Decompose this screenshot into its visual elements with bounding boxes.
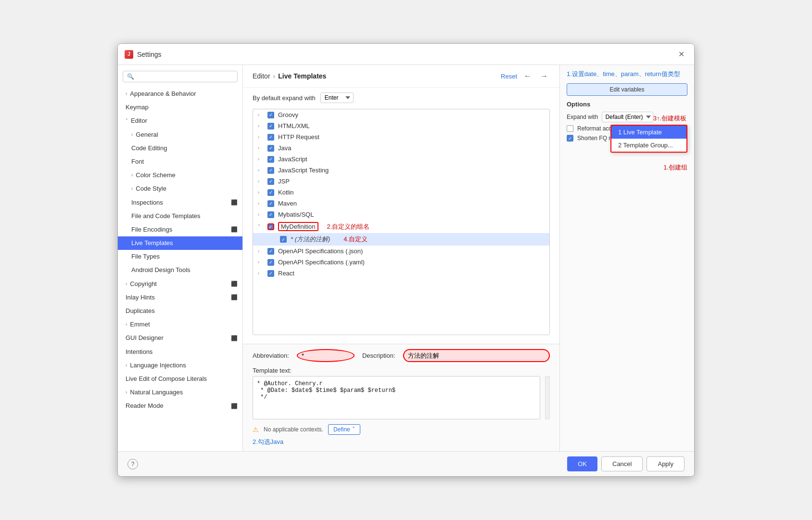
chevron-icon: ˅: [258, 224, 264, 229]
list-item[interactable]: › ✓ Groovy: [253, 109, 549, 120]
list-item[interactable]: › ✓ JSP: [253, 176, 549, 187]
checkbox-icon[interactable]: ✓: [267, 112, 274, 118]
footer: ? OK Cancel Apply: [118, 451, 694, 476]
sidebar-item-keymap[interactable]: Keymap: [118, 101, 242, 114]
checkbox-icon[interactable]: ✓: [267, 259, 274, 266]
checkbox-icon[interactable]: ✓: [267, 189, 274, 196]
sidebar-item-android-design[interactable]: Android Design Tools: [118, 263, 242, 277]
checkbox-icon[interactable]: ✓: [267, 211, 274, 218]
help-button[interactable]: ?: [127, 459, 138, 469]
group-name: MyDefinition: [278, 222, 318, 231]
template-textarea[interactable]: * @Author. Chenry.r * @Date: $date$ $tim…: [253, 376, 540, 419]
list-item[interactable]: › ✓ JavaScript Testing: [253, 165, 549, 176]
close-button[interactable]: ✕: [675, 49, 687, 60]
checkbox-icon[interactable]: ✓: [267, 178, 274, 185]
sidebar-item-duplicates[interactable]: Duplicates: [118, 304, 242, 318]
abbreviation-input[interactable]: [297, 349, 355, 362]
checkbox-icon[interactable]: ✓: [267, 248, 274, 255]
apply-button[interactable]: Apply: [647, 456, 685, 471]
sidebar-item-label: Code Editing: [131, 144, 167, 153]
sidebar-item-general[interactable]: › General: [118, 128, 242, 142]
right-panel: 1.设置date、time、param、return值类型 Edit varia…: [559, 65, 694, 451]
sidebar-item-language-injections[interactable]: › Language Injections: [118, 359, 242, 372]
sidebar-item-live-edit[interactable]: Live Edit of Compose Literals: [118, 372, 242, 386]
sidebar-item-live-templates[interactable]: Live Templates: [118, 236, 242, 250]
expand-with-select[interactable]: Default (Enter) Enter Tab Space: [602, 112, 653, 122]
checkbox-icon[interactable]: ✓: [267, 145, 274, 152]
nav-forward-button[interactable]: →: [538, 71, 550, 81]
scrollbar[interactable]: [545, 376, 550, 419]
sidebar-item-label: Emmet: [130, 320, 150, 329]
sidebar-item-editor[interactable]: ˅ Editor: [118, 114, 242, 128]
list-item-subitem[interactable]: ✓ * (方法的注解) 4.自定义: [253, 233, 549, 246]
chevron-icon: ›: [258, 112, 264, 117]
popup-item-template-group[interactable]: 2 Template Group...: [611, 139, 686, 152]
footer-buttons: OK Cancel Apply: [567, 456, 685, 471]
search-input[interactable]: [123, 71, 238, 82]
popup-item-live-template[interactable]: 1 Live Template: [611, 126, 686, 139]
sidebar-item-label: Editor: [131, 117, 147, 125]
create-group-annotation: 1.创建组: [663, 163, 687, 172]
group-name: JSP: [278, 178, 290, 185]
sidebar-item-label: Android Design Tools: [131, 266, 190, 274]
edit-variables-button[interactable]: Edit variables: [567, 83, 687, 96]
checkbox-icon[interactable]: ✓: [267, 134, 274, 141]
group-name: Kotlin: [278, 189, 294, 196]
expand-label: By default expand with: [253, 94, 316, 102]
checkbox-icon[interactable]: ✓: [267, 156, 274, 163]
popup-menu: 3↑.创建模板 1 Live Template 2 Template Group…: [610, 125, 687, 153]
expand-select[interactable]: Enter Tab Space: [320, 92, 354, 103]
group-name: HTTP Request: [278, 133, 319, 141]
checkbox-icon[interactable]: ✓: [267, 223, 274, 230]
sidebar-item-code-style[interactable]: › Code Style: [118, 182, 242, 195]
checkbox-icon[interactable]: ✓: [280, 236, 287, 243]
list-item[interactable]: › ✓ Maven: [253, 198, 549, 209]
ok-button[interactable]: OK: [567, 456, 597, 471]
cancel-button[interactable]: Cancel: [601, 456, 643, 471]
sidebar-item-label: Code Style: [136, 184, 166, 193]
chevron-icon: ›: [258, 201, 264, 206]
list-item[interactable]: › ✓ HTTP Request: [253, 131, 549, 143]
sidebar-item-inlay-hints[interactable]: Inlay Hints ⬛: [118, 291, 242, 304]
sidebar-item-intentions[interactable]: Intentions: [118, 345, 242, 359]
list-item[interactable]: › ✓ Mybatis/SQL: [253, 209, 549, 220]
sidebar-item-color-scheme[interactable]: › Color Scheme: [118, 169, 242, 182]
sidebar-item-inspections[interactable]: Inspections ⬛: [118, 196, 242, 209]
sidebar-item-gui-designer[interactable]: GUI Designer ⬛: [118, 331, 242, 345]
sidebar-item-label: Reader Mode: [126, 402, 164, 410]
chevron-icon: ›: [126, 362, 127, 369]
define-button[interactable]: Define ˅: [328, 424, 360, 435]
sidebar-item-reader-mode[interactable]: Reader Mode ⬛: [118, 399, 242, 413]
set-date-time-annotation: 1.设置date、time、param、return值类型: [567, 70, 687, 78]
checkbox-icon[interactable]: ✓: [267, 123, 274, 130]
sidebar-item-code-editing[interactable]: Code Editing: [118, 142, 242, 155]
shorten-fq-checkbox[interactable]: ✓: [567, 135, 573, 142]
description-input[interactable]: [403, 349, 550, 362]
reset-link[interactable]: Reset: [501, 73, 517, 80]
checkbox-icon[interactable]: ✓: [267, 270, 274, 277]
list-item[interactable]: › ✓ OpenAPI Specifications (.yaml): [253, 257, 549, 268]
sidebar-item-appearance[interactable]: › Appearance & Behavior: [118, 87, 242, 101]
list-item[interactable]: › ✓ Java: [253, 143, 549, 154]
sidebar-item-file-code-templates[interactable]: File and Code Templates: [118, 209, 242, 223]
reformat-checkbox[interactable]: [567, 125, 573, 132]
sidebar-item-file-types[interactable]: File Types: [118, 250, 242, 263]
list-item[interactable]: › ✓ OpenAPI Specifications (.json): [253, 246, 549, 257]
options-title: Options: [567, 101, 687, 108]
list-item[interactable]: › ✓ Kotlin: [253, 187, 549, 198]
nav-back-button[interactable]: ←: [522, 71, 533, 81]
expand-row: By default expand with Enter Tab Space: [253, 92, 550, 103]
list-item[interactable]: › ✓ JavaScript: [253, 154, 549, 165]
sidebar-item-label: Keymap: [126, 103, 149, 112]
sidebar-item-emmet[interactable]: › Emmet: [118, 318, 242, 331]
sidebar-item-file-encodings[interactable]: File Encodings ⬛: [118, 223, 242, 236]
list-item[interactable]: › ✓ React: [253, 268, 549, 279]
list-item[interactable]: ˅ ✓ MyDefinition 2.自定义的组名: [253, 220, 549, 233]
sidebar-item-font[interactable]: Font: [118, 155, 242, 169]
list-item[interactable]: › ✓ HTML/XML: [253, 120, 549, 131]
create-group-text: 1.创建组: [663, 164, 687, 171]
sidebar-item-copyright[interactable]: › Copyright ⬛: [118, 277, 242, 291]
checkbox-icon[interactable]: ✓: [267, 167, 274, 174]
checkbox-icon[interactable]: ✓: [267, 200, 274, 207]
sidebar-item-natural-languages[interactable]: › Natural Languages: [118, 386, 242, 399]
